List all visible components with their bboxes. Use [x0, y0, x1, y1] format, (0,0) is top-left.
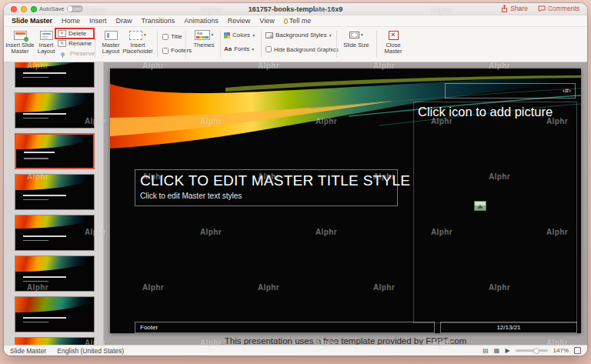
zoom-slider-knob[interactable]: [533, 348, 539, 354]
preserve-pin-icon: [61, 52, 65, 56]
slide-sorter-view-icon[interactable]: ▦: [494, 347, 500, 354]
share-button[interactable]: Share: [501, 5, 528, 12]
slide-thumbnail[interactable]: [15, 215, 95, 251]
master-layout-button[interactable]: Master Layout: [98, 29, 124, 55]
insert-layout-icon: [40, 31, 53, 40]
dropdown-caret-icon: ▾: [252, 47, 254, 52]
slide-thumbnail[interactable]: [15, 296, 95, 332]
dropdown-caret-icon: ▾: [329, 33, 332, 38]
themes-label: Themes: [193, 42, 214, 48]
insert-placeholder-icon: [129, 31, 142, 40]
share-icon: [501, 5, 508, 12]
close-master-button[interactable]: × Close Master: [379, 29, 407, 55]
tab-tell-me[interactable]: Tell me: [284, 17, 312, 25]
slide-thumbnail[interactable]: [15, 337, 95, 345]
colors-icon: [224, 32, 230, 38]
desktop: AutoSave OFF 161757-books-template-16x9 …: [0, 0, 591, 364]
tab-review[interactable]: Review: [228, 17, 251, 25]
status-language[interactable]: English (United States): [57, 347, 124, 355]
tab-tell-me-label: Tell me: [289, 17, 312, 25]
slide-size-button[interactable]: ▾ Slide Size: [339, 29, 373, 48]
document-title: 161757-books-template-16x9: [4, 5, 587, 13]
preserve-label: Preserve: [70, 50, 95, 57]
master-body-text: Click to edit Master text styles: [140, 192, 392, 200]
insert-slide-master-button[interactable]: Insert Slide Master: [5, 29, 35, 55]
zoom-percentage[interactable]: 147%: [553, 347, 569, 354]
picture-placeholder[interactable]: Click icon to add picture: [413, 102, 577, 323]
ribbon-tab-bar: Slide Master Home Insert Draw Transition…: [4, 15, 587, 27]
status-view-label: Slide Master: [10, 347, 46, 355]
lightbulb-icon: [284, 18, 288, 24]
tab-animations[interactable]: Animations: [184, 17, 219, 25]
slide-size-icon: [349, 32, 359, 38]
dropdown-caret-icon: ▾: [144, 32, 146, 37]
slide-thumbnail[interactable]: [15, 174, 95, 210]
title-placeholder[interactable]: CLICK TO EDIT MASTER TITLE STYLE Click t…: [135, 169, 398, 206]
template-attribution-text: This presentation uses a free template p…: [110, 336, 581, 345]
close-master-icon: ×: [389, 31, 399, 40]
insert-slide-master-label: Insert Slide Master: [5, 42, 35, 55]
tab-draw[interactable]: Draw: [116, 17, 132, 25]
comments-icon: [538, 5, 546, 12]
fonts-icon: Aa: [224, 45, 232, 52]
date-text: 12/13/21: [496, 324, 520, 331]
slide-master-editor: ‹#› Click icon to add picture CLICK TO E…: [110, 68, 581, 333]
ribbon: Insert Slide Master Insert Layout × Dele…: [4, 27, 587, 62]
hide-background-graphics-checkbox[interactable]: Hide Background Graphics: [265, 46, 339, 52]
master-layout-label: Master Layout: [98, 42, 124, 55]
hide-background-graphics-label: Hide Background Graphics: [274, 47, 339, 52]
normal-view-icon[interactable]: ▤: [482, 347, 489, 354]
tab-insert[interactable]: Insert: [89, 17, 107, 25]
slide-thumbnail[interactable]: [15, 92, 95, 129]
tab-view[interactable]: View: [259, 17, 274, 25]
colors-dropdown[interactable]: Colors ▾: [224, 32, 255, 38]
footer-text: Footer: [140, 324, 158, 331]
background-styles-label: Background Styles: [275, 32, 327, 38]
slide-thumbnail-selected[interactable]: [15, 133, 95, 169]
footers-checkbox-label: Footers: [171, 47, 192, 54]
insert-placeholder-button[interactable]: ▾ Insert Placeholder: [121, 29, 155, 55]
annotation-highlight-box: [55, 28, 95, 39]
background-styles-icon: [265, 32, 273, 38]
preserve-button[interactable]: Preserve: [58, 48, 95, 58]
themes-icon: Aa: [195, 30, 210, 40]
slide-thumbnail[interactable]: [15, 62, 95, 88]
rename-button[interactable]: ✎ Rename: [58, 38, 95, 48]
slideshow-view-icon[interactable]: ▶: [505, 347, 509, 354]
footer-placeholder[interactable]: Footer: [135, 322, 435, 333]
themes-button[interactable]: Aa ▾ Themes: [190, 29, 218, 48]
slide-size-label: Slide Size: [343, 42, 369, 48]
close-master-label: Close Master: [379, 42, 407, 55]
date-placeholder[interactable]: 12/13/21: [440, 322, 577, 333]
footers-checkbox[interactable]: Footers: [162, 47, 192, 54]
slide-number-text: ‹#›: [563, 87, 571, 95]
insert-picture-icon[interactable]: [474, 201, 486, 211]
share-label: Share: [510, 5, 528, 12]
comments-button[interactable]: Comments: [538, 5, 579, 12]
title-checkbox[interactable]: Title: [162, 33, 182, 40]
master-layout-icon: [105, 31, 118, 40]
comments-label: Comments: [548, 5, 579, 12]
tab-home[interactable]: Home: [62, 17, 80, 25]
dropdown-caret-icon: ▾: [361, 32, 363, 37]
dropdown-caret-icon: ▾: [252, 33, 255, 38]
rename-icon: ✎: [58, 40, 66, 47]
master-title-text: CLICK TO EDIT MASTER TITLE STYLE: [140, 172, 392, 189]
slide-thumbnail[interactable]: [15, 255, 95, 292]
tab-transitions[interactable]: Transitions: [142, 17, 175, 25]
fonts-dropdown[interactable]: Aa Fonts ▾: [224, 45, 254, 52]
rename-label: Rename: [68, 40, 92, 47]
background-styles-dropdown[interactable]: Background Styles ▾: [265, 32, 331, 38]
powerpoint-window: AutoSave OFF 161757-books-template-16x9 …: [4, 3, 587, 356]
hide-background-graphics-box: [265, 46, 272, 52]
fit-to-window-icon[interactable]: [574, 347, 581, 354]
title-checkbox-box: [162, 34, 169, 40]
fonts-label: Fonts: [234, 45, 249, 52]
insert-layout-label: Insert Layout: [35, 42, 58, 55]
insert-placeholder-label: Insert Placeholder: [121, 42, 155, 55]
footers-checkbox-box: [162, 48, 169, 54]
slide-number-placeholder[interactable]: ‹#›: [445, 83, 576, 99]
colors-label: Colors: [232, 32, 250, 38]
zoom-slider[interactable]: [516, 349, 548, 352]
tab-slide-master[interactable]: Slide Master: [12, 17, 52, 25]
